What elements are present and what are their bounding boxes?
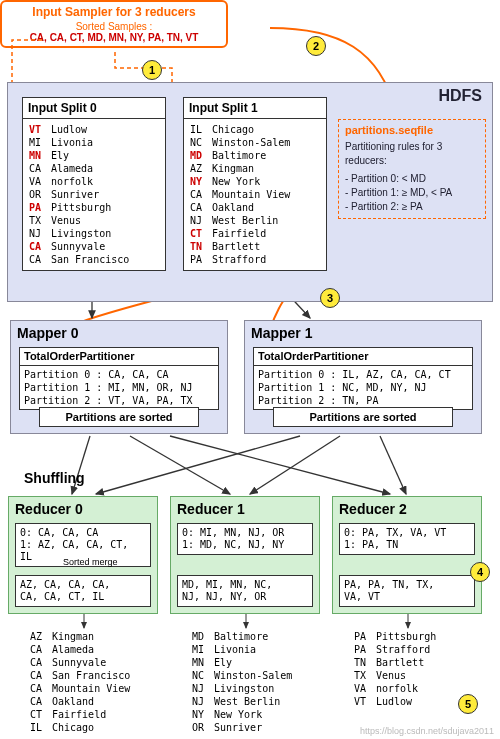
seqfile-title: partitions.seqfile — [345, 124, 479, 136]
badge-1: 1 — [142, 60, 162, 80]
m1-p2: Partition 2 : TN, PA — [258, 394, 468, 407]
list-item: CASan Francisco — [29, 253, 159, 266]
watermark: https://blog.csdn.net/sdujava2011 — [360, 726, 494, 736]
list-item: PAStrafford — [190, 253, 320, 266]
seqfile-r2: - Partition 2: ≥ PA — [345, 200, 479, 214]
m0-p1: Partition 1 : MI, MN, OR, NJ — [24, 381, 214, 394]
mapper0-sorted: Partitions are sorted — [39, 407, 199, 427]
mapper1-partitioner: TotalOrderPartitioner Partition 0 : IL, … — [253, 347, 473, 410]
final-output-0: AZKingmanCAAlamedaCASunnyvaleCASan Franc… — [30, 630, 130, 734]
sorted-merge-label: Sorted merge — [63, 557, 118, 567]
list-item: CAMountain View — [190, 188, 320, 201]
split1-title: Input Split 1 — [184, 98, 326, 119]
list-item: CASan Francisco — [30, 669, 130, 682]
reducer-2: Reducer 2 0: PA, TX, VA, VT 1: PA, TN PA… — [332, 496, 482, 614]
list-item: ILChicago — [30, 721, 130, 734]
list-item: CASunnyvale — [29, 240, 159, 253]
list-item: NJWest Berlin — [192, 695, 292, 708]
r1-l1: 1: MD, NC, NJ, NY — [182, 539, 308, 551]
input-split-1: Input Split 1 ILChicagoNCWinston-SalemMD… — [183, 97, 327, 271]
list-item: NJWest Berlin — [190, 214, 320, 227]
list-item: NYNew York — [192, 708, 292, 721]
mapper1-top-title: TotalOrderPartitioner — [254, 348, 472, 366]
seqfile-r1: - Partition 1: ≥ MD, < PA — [345, 186, 479, 200]
hdfs-label: HDFS — [438, 87, 482, 105]
mapper0-title: Mapper 0 — [11, 321, 227, 345]
m1-p0: Partition 0 : IL, AZ, CA, CA, CT — [258, 368, 468, 381]
list-item: MDBaltimore — [192, 630, 292, 643]
r1-l0: 0: MI, MN, NJ, OR — [182, 527, 308, 539]
list-item: TNBartlett — [190, 240, 320, 253]
r2-l1: 1: PA, TN — [344, 539, 470, 551]
final-output-2: PAPittsburghPAStraffordTNBartlettTXVenus… — [354, 630, 436, 708]
mapper-1: Mapper 1 TotalOrderPartitioner Partition… — [244, 320, 482, 434]
list-item: TXVenus — [29, 214, 159, 227]
mapper0-partitioner: TotalOrderPartitioner Partition 0 : CA, … — [19, 347, 219, 410]
list-item: NCWinston-Salem — [192, 669, 292, 682]
list-item: CAMountain View — [30, 682, 130, 695]
r1-output: MD, MI, MN, NC, NJ, NJ, NY, OR — [177, 575, 313, 607]
list-item: PAPittsburgh — [29, 201, 159, 214]
list-item: PAPittsburgh — [354, 630, 436, 643]
m1-p1: Partition 1 : NC, MD, NY, NJ — [258, 381, 468, 394]
input-split-0: Input Split 0 VTLudlowMILivoniaMNElyCAAl… — [22, 97, 166, 271]
sampler-title: Input Sampler for 3 reducers — [5, 5, 223, 19]
list-item: AZKingman — [30, 630, 130, 643]
list-item: CASunnyvale — [30, 656, 130, 669]
list-item: NJLivingston — [192, 682, 292, 695]
mapper1-title: Mapper 1 — [245, 321, 481, 345]
list-item: NJLivingston — [29, 227, 159, 240]
shuffle-label: Shuffling — [24, 470, 85, 486]
list-item: PAStrafford — [354, 643, 436, 656]
reducer-1: Reducer 1 0: MI, MN, NJ, OR 1: MD, NC, N… — [170, 496, 320, 614]
list-item: CAOakland — [30, 695, 130, 708]
mapper1-sorted: Partitions are sorted — [273, 407, 453, 427]
reducer-0: Reducer 0 0: CA, CA, CA 1: AZ, CA, CA, C… — [8, 496, 158, 614]
reducer0-title: Reducer 0 — [9, 497, 157, 521]
r2-output: PA, PA, TN, TX, VA, VT — [339, 575, 475, 607]
list-item: ORSunriver — [29, 188, 159, 201]
list-item: CTFairfield — [190, 227, 320, 240]
sampler-values: CA, CA, CT, MD, MN, NY, PA, TN, VT — [5, 32, 223, 43]
r2-input: 0: PA, TX, VA, VT 1: PA, TN — [339, 523, 475, 555]
final-output-1: MDBaltimoreMILivoniaMNElyNCWinston-Salem… — [192, 630, 292, 734]
list-item: NCWinston-Salem — [190, 136, 320, 149]
reducer2-title: Reducer 2 — [333, 497, 481, 521]
r0-l0: 0: CA, CA, CA — [20, 527, 146, 539]
input-sampler-box: Input Sampler for 3 reducers Sorted Samp… — [0, 0, 228, 48]
r1-input: 0: MI, MN, NJ, OR 1: MD, NC, NJ, NY — [177, 523, 313, 555]
list-item: ORSunriver — [192, 721, 292, 734]
sampler-sub: Sorted Samples : — [5, 21, 223, 32]
list-item: ILChicago — [190, 123, 320, 136]
hdfs-container: HDFS Input Split 0 VTLudlowMILivoniaMNEl… — [7, 82, 493, 302]
seqfile-desc: Partitioning rules for 3 reducers: — [345, 140, 479, 168]
mapper0-top-title: TotalOrderPartitioner — [20, 348, 218, 366]
badge-2: 2 — [306, 36, 326, 56]
list-item: MNEly — [192, 656, 292, 669]
list-item: CAOakland — [190, 201, 320, 214]
seqfile-r0: - Partition 0: < MD — [345, 172, 479, 186]
m0-p2: Partition 2 : VT, VA, PA, TX — [24, 394, 214, 407]
list-item: VAnorfolk — [354, 682, 436, 695]
r0-output: AZ, CA, CA, CA, CA, CA, CT, IL — [15, 575, 151, 607]
badge-5: 5 — [458, 694, 478, 714]
partitions-seqfile: partitions.seqfile Partitioning rules fo… — [338, 119, 486, 219]
split0-body: VTLudlowMILivoniaMNElyCAAlamedaVAnorfolk… — [23, 119, 165, 270]
list-item: TNBartlett — [354, 656, 436, 669]
r2-l0: 0: PA, TX, VA, VT — [344, 527, 470, 539]
m0-p0: Partition 0 : CA, CA, CA — [24, 368, 214, 381]
mapper-0: Mapper 0 TotalOrderPartitioner Partition… — [10, 320, 228, 434]
list-item: MILivonia — [192, 643, 292, 656]
list-item: MILivonia — [29, 136, 159, 149]
badge-4: 4 — [470, 562, 490, 582]
list-item: CAAlameda — [30, 643, 130, 656]
badge-3: 3 — [320, 288, 340, 308]
list-item: MNEly — [29, 149, 159, 162]
split0-title: Input Split 0 — [23, 98, 165, 119]
list-item: VTLudlow — [29, 123, 159, 136]
list-item: VAnorfolk — [29, 175, 159, 188]
list-item: MDBaltimore — [190, 149, 320, 162]
list-item: NYNew York — [190, 175, 320, 188]
list-item: CAAlameda — [29, 162, 159, 175]
list-item: VTLudlow — [354, 695, 436, 708]
